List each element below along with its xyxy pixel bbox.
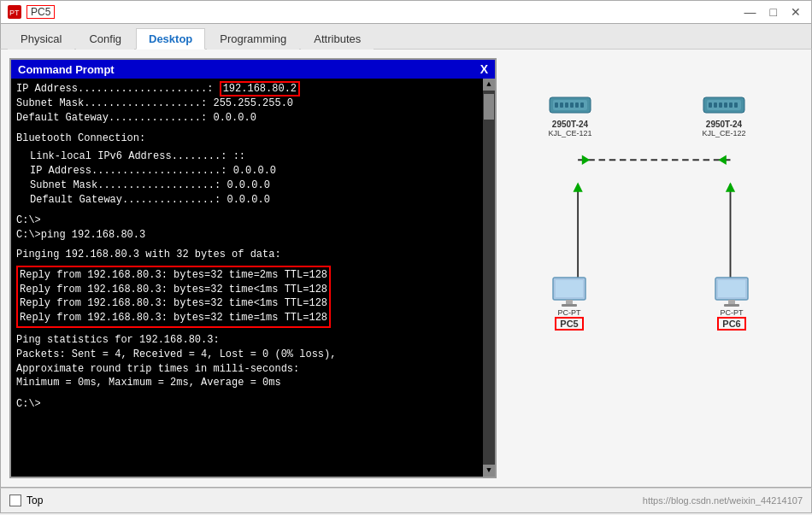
svg-rect-33 — [728, 300, 735, 304]
switch2-icon — [702, 91, 746, 120]
pc6-label: PC6 — [717, 317, 745, 331]
switch1-node: 2950T-24 KJL_CE-121 — [548, 91, 592, 138]
switch2-sublabel: KJL_CE-122 — [702, 129, 745, 138]
scroll-down-arrow[interactable]: ▼ — [483, 465, 495, 477]
pc5-node: PC-PT PC5 — [550, 276, 589, 331]
svg-rect-25 — [729, 102, 733, 108]
svg-rect-32 — [718, 280, 745, 297]
scroll-thumb[interactable] — [484, 94, 494, 120]
svg-rect-22 — [714, 102, 717, 108]
svg-rect-14 — [560, 102, 563, 108]
cmd-window: Command Prompt X IP Address.............… — [9, 58, 497, 478]
gateway-line: Default Gateway...............: 0.0.0.0 — [16, 111, 478, 126]
bt-mask-line: Subnet Mask...................: 0.0.0.0 — [16, 178, 478, 193]
cmd-title-bar: Command Prompt X — [11, 60, 495, 79]
bt-gw-line: Default Gateway...............: 0.0.0.0 — [16, 193, 478, 208]
ip-highlight: 192.168.80.2 — [220, 81, 300, 97]
cmd-title-label: Command Prompt — [18, 63, 115, 76]
top-label: Top — [26, 495, 43, 506]
top-checkbox[interactable] — [9, 495, 21, 506]
reply1: Reply from 192.168.80.3: bytes=32 time=2… — [20, 268, 327, 283]
tab-attributes[interactable]: Attributes — [301, 28, 374, 50]
switch2-label: 2950T-24 — [706, 120, 742, 129]
prompt2: C:\> — [16, 397, 478, 412]
title-controls: — □ ✕ — [741, 5, 804, 19]
tab-config[interactable]: Config — [76, 28, 134, 50]
svg-rect-29 — [566, 300, 573, 304]
scroll-up-arrow[interactable]: ▲ — [483, 79, 495, 91]
status-bar: Top https://blog.csdn.net/weixin_4421410… — [0, 488, 812, 513]
switch2-node: 2950T-24 KJL_CE-122 — [702, 91, 746, 138]
pc6-icon — [712, 276, 751, 308]
title-bar: PT PC5 — □ ✕ — [0, 0, 812, 24]
reply2: Reply from 192.168.80.3: bytes=32 time<1… — [20, 283, 327, 297]
reply3: Reply from 192.168.80.3: bytes=32 time<1… — [20, 296, 327, 311]
bluetooth-header: Bluetooth Connection: — [16, 132, 478, 146]
pc5-icon — [550, 276, 589, 308]
subnet-line: Subnet Mask...................: 255.255.… — [16, 97, 478, 111]
svg-marker-3 — [582, 155, 590, 165]
window-title: PC5 — [26, 5, 55, 19]
cmd-body[interactable]: IP Address.....................: 192.168… — [11, 79, 495, 477]
reply4: Reply from 192.168.80.3: bytes=32 time=1… — [20, 311, 327, 325]
close-button[interactable]: ✕ — [787, 5, 804, 19]
svg-rect-24 — [724, 102, 727, 108]
tab-bar: Physical Config Desktop Programming Attr… — [0, 24, 812, 50]
network-diagram: 2950T-24 KJL_CE-121 2950T-24 KJL_CE-122 — [514, 58, 803, 478]
ping-replies: Reply from 192.168.80.3: bytes=32 time=2… — [16, 266, 331, 328]
left-panel: Command Prompt X IP Address.............… — [1, 50, 505, 487]
svg-text:PT: PT — [9, 9, 20, 17]
svg-rect-16 — [570, 102, 574, 108]
pc6-node: PC-PT PC6 — [712, 276, 751, 331]
svg-rect-26 — [734, 102, 738, 108]
svg-rect-15 — [565, 102, 568, 108]
minmax-line: Minimum = 0ms, Maximum = 2ms, Average = … — [16, 376, 478, 390]
svg-rect-23 — [719, 102, 722, 108]
svg-rect-34 — [724, 304, 739, 307]
approx-line: Approximate round trip times in milli-se… — [16, 362, 478, 377]
ping-info: Pinging 192.168.80.3 with 32 bytes of da… — [16, 248, 478, 262]
switch1-icon — [548, 91, 592, 120]
switch1-sublabel: KJL_CE-121 — [548, 129, 591, 138]
pc5-label: PC5 — [555, 317, 583, 331]
switch1-label: 2950T-24 — [552, 120, 588, 129]
prompt1: C:\> — [16, 214, 478, 228]
tab-physical[interactable]: Physical — [8, 28, 74, 50]
tab-desktop[interactable]: Desktop — [136, 28, 205, 50]
ping-cmd: C:\>ping 192.168.80.3 — [16, 228, 478, 243]
title-bar-left: PT PC5 — [8, 5, 55, 19]
svg-marker-9 — [726, 183, 735, 192]
svg-rect-21 — [709, 102, 712, 108]
pc6-type: PC-PT — [721, 308, 744, 317]
tab-programming[interactable]: Programming — [207, 28, 299, 50]
svg-rect-17 — [575, 102, 579, 108]
svg-rect-18 — [580, 102, 584, 108]
app-icon: PT — [8, 5, 21, 19]
svg-rect-30 — [562, 304, 577, 307]
ping-stats: Ping statistics for 192.168.80.3: — [16, 333, 478, 348]
pc5-type: PC-PT — [558, 308, 581, 317]
svg-rect-28 — [556, 280, 583, 297]
packets-line: Packets: Sent = 4, Received = 4, Lost = … — [16, 348, 478, 362]
status-left: Top — [9, 495, 43, 506]
svg-rect-13 — [555, 102, 558, 108]
minimize-button[interactable]: — — [741, 5, 760, 19]
ip-address-line: IP Address.....................: 192.168… — [16, 82, 478, 97]
cmd-scrollbar[interactable]: ▲ ▼ — [483, 79, 495, 477]
svg-marker-4 — [718, 155, 726, 165]
svg-marker-6 — [573, 183, 582, 192]
watermark-text: https://blog.csdn.net/weixin_44214107 — [643, 495, 803, 506]
bt-ip-line: IP Address.....................: 0.0.0.0 — [16, 164, 478, 178]
cmd-close-button[interactable]: X — [480, 62, 488, 76]
main-content: Command Prompt X IP Address.............… — [0, 50, 812, 488]
cmd-output: IP Address.....................: 192.168… — [16, 82, 478, 412]
ipv6-line: Link-local IPv6 Address........: :: — [16, 149, 478, 164]
maximize-button[interactable]: □ — [767, 5, 780, 19]
right-panel: 2950T-24 KJL_CE-121 2950T-24 KJL_CE-122 — [505, 50, 811, 487]
